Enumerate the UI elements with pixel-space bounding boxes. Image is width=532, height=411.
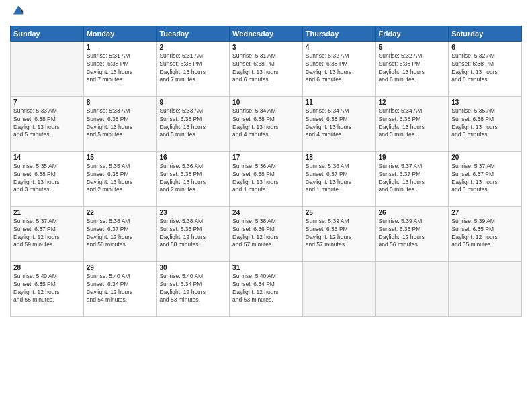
day-number: 5 [379,44,446,51]
cell-info: Sunrise: 5:32 AMSunset: 6:38 PMDaylight:… [306,52,373,85]
day-number: 20 [451,154,519,161]
calendar-cell: 27Sunrise: 5:39 AMSunset: 6:35 PMDayligh… [449,206,522,261]
calendar-cell [375,261,449,316]
day-number: 29 [87,264,154,271]
cell-info: Sunrise: 5:34 AMSunset: 6:38 PMDaylight:… [379,107,446,140]
cell-info: Sunrise: 5:31 AMSunset: 6:38 PMDaylight:… [159,52,226,85]
day-number: 7 [13,99,81,106]
calendar-cell: 1Sunrise: 5:31 AMSunset: 6:38 PMDaylight… [83,41,157,96]
day-number: 4 [306,44,373,51]
cell-info: Sunrise: 5:32 AMSunset: 6:38 PMDaylight:… [451,52,519,85]
col-header-sunday: Sunday [11,26,84,41]
calendar-cell: 20Sunrise: 5:37 AMSunset: 6:37 PMDayligh… [449,151,522,206]
cell-info: Sunrise: 5:40 AMSunset: 6:35 PMDaylight:… [13,273,81,305]
header-row: SundayMondayTuesdayWednesdayThursdayFrid… [11,26,522,41]
day-number: 1 [87,44,154,51]
cell-info: Sunrise: 5:38 AMSunset: 6:36 PMDaylight:… [232,218,300,250]
calendar-cell: 15Sunrise: 5:35 AMSunset: 6:38 PMDayligh… [83,151,157,206]
day-number: 3 [232,44,300,51]
cell-info: Sunrise: 5:35 AMSunset: 6:38 PMDaylight:… [87,163,154,195]
cell-info: Sunrise: 5:33 AMSunset: 6:38 PMDaylight:… [13,107,81,140]
calendar-cell: 2Sunrise: 5:31 AMSunset: 6:38 PMDaylight… [157,41,230,96]
calendar-cell: 23Sunrise: 5:38 AMSunset: 6:36 PMDayligh… [157,206,230,261]
day-number: 13 [451,99,519,106]
day-number: 31 [232,264,300,271]
calendar-cell: 10Sunrise: 5:34 AMSunset: 6:38 PMDayligh… [230,96,303,151]
col-header-saturday: Saturday [449,26,522,41]
day-number: 17 [232,154,300,161]
day-number: 8 [87,99,154,106]
day-number: 22 [87,209,154,216]
week-row-3: 14Sunrise: 5:35 AMSunset: 6:38 PMDayligh… [11,151,522,206]
week-row-1: 1Sunrise: 5:31 AMSunset: 6:38 PMDaylight… [11,41,522,96]
calendar-cell: 8Sunrise: 5:33 AMSunset: 6:38 PMDaylight… [83,96,157,151]
calendar-cell [449,261,522,316]
day-number: 9 [159,99,226,106]
day-number: 14 [13,154,81,161]
day-number: 12 [379,99,446,106]
day-number: 23 [159,209,226,216]
calendar-cell [302,261,375,316]
day-number: 19 [379,154,446,161]
cell-info: Sunrise: 5:34 AMSunset: 6:38 PMDaylight:… [232,107,300,140]
cell-info: Sunrise: 5:36 AMSunset: 6:38 PMDaylight:… [232,163,300,195]
day-number: 2 [159,44,226,51]
calendar-cell [11,41,84,96]
calendar-cell: 9Sunrise: 5:33 AMSunset: 6:38 PMDaylight… [157,96,230,151]
col-header-thursday: Thursday [302,26,375,41]
cell-info: Sunrise: 5:38 AMSunset: 6:36 PMDaylight:… [159,218,226,250]
day-number: 30 [159,264,226,271]
day-number: 18 [306,154,373,161]
calendar-cell: 5Sunrise: 5:32 AMSunset: 6:38 PMDaylight… [375,41,449,96]
day-number: 28 [13,264,81,271]
col-header-monday: Monday [83,26,157,41]
calendar-cell: 7Sunrise: 5:33 AMSunset: 6:38 PMDaylight… [11,96,84,151]
cell-info: Sunrise: 5:37 AMSunset: 6:37 PMDaylight:… [379,163,446,195]
cell-info: Sunrise: 5:32 AMSunset: 6:38 PMDaylight:… [379,52,446,85]
cell-info: Sunrise: 5:33 AMSunset: 6:38 PMDaylight:… [159,107,226,140]
cell-info: Sunrise: 5:38 AMSunset: 6:37 PMDaylight:… [87,218,154,250]
calendar-cell: 4Sunrise: 5:32 AMSunset: 6:38 PMDaylight… [302,41,375,96]
calendar-cell: 25Sunrise: 5:39 AMSunset: 6:36 PMDayligh… [302,206,375,261]
cell-info: Sunrise: 5:31 AMSunset: 6:38 PMDaylight:… [87,52,154,85]
calendar-cell: 31Sunrise: 5:40 AMSunset: 6:34 PMDayligh… [230,261,303,316]
calendar-cell: 12Sunrise: 5:34 AMSunset: 6:38 PMDayligh… [375,96,449,151]
col-header-tuesday: Tuesday [157,26,230,41]
logo [10,7,24,20]
day-number: 11 [306,99,373,106]
calendar-cell: 16Sunrise: 5:36 AMSunset: 6:38 PMDayligh… [157,151,230,206]
calendar-cell: 24Sunrise: 5:38 AMSunset: 6:36 PMDayligh… [230,206,303,261]
cell-info: Sunrise: 5:36 AMSunset: 6:38 PMDaylight:… [159,163,226,195]
calendar-cell: 21Sunrise: 5:37 AMSunset: 6:37 PMDayligh… [11,206,84,261]
cell-info: Sunrise: 5:39 AMSunset: 6:36 PMDaylight:… [306,218,373,250]
day-number: 24 [232,209,300,216]
col-header-friday: Friday [375,26,449,41]
calendar-cell: 26Sunrise: 5:39 AMSunset: 6:36 PMDayligh… [375,206,449,261]
day-number: 21 [13,209,81,216]
calendar-cell: 6Sunrise: 5:32 AMSunset: 6:38 PMDaylight… [449,41,522,96]
day-number: 6 [451,44,519,51]
day-number: 26 [379,209,446,216]
col-header-wednesday: Wednesday [230,26,303,41]
day-number: 16 [159,154,226,161]
cell-info: Sunrise: 5:40 AMSunset: 6:34 PMDaylight:… [159,273,226,305]
calendar-cell: 28Sunrise: 5:40 AMSunset: 6:35 PMDayligh… [11,261,84,316]
calendar-cell: 11Sunrise: 5:34 AMSunset: 6:38 PMDayligh… [302,96,375,151]
page: SundayMondayTuesdayWednesdayThursdayFrid… [0,0,532,411]
day-number: 10 [232,99,300,106]
cell-info: Sunrise: 5:36 AMSunset: 6:37 PMDaylight:… [306,163,373,195]
calendar-cell: 30Sunrise: 5:40 AMSunset: 6:34 PMDayligh… [157,261,230,316]
cell-info: Sunrise: 5:37 AMSunset: 6:37 PMDaylight:… [451,163,519,195]
cell-info: Sunrise: 5:39 AMSunset: 6:35 PMDaylight:… [451,218,519,250]
day-number: 25 [306,209,373,216]
calendar-cell: 18Sunrise: 5:36 AMSunset: 6:37 PMDayligh… [302,151,375,206]
cell-info: Sunrise: 5:35 AMSunset: 6:38 PMDaylight:… [451,107,519,140]
cell-info: Sunrise: 5:39 AMSunset: 6:36 PMDaylight:… [379,218,446,250]
cell-info: Sunrise: 5:35 AMSunset: 6:38 PMDaylight:… [13,163,81,195]
week-row-4: 21Sunrise: 5:37 AMSunset: 6:37 PMDayligh… [11,206,522,261]
logo-icon [12,5,24,17]
calendar-cell: 13Sunrise: 5:35 AMSunset: 6:38 PMDayligh… [449,96,522,151]
calendar-cell: 19Sunrise: 5:37 AMSunset: 6:37 PMDayligh… [375,151,449,206]
header [10,7,522,20]
week-row-5: 28Sunrise: 5:40 AMSunset: 6:35 PMDayligh… [11,261,522,316]
